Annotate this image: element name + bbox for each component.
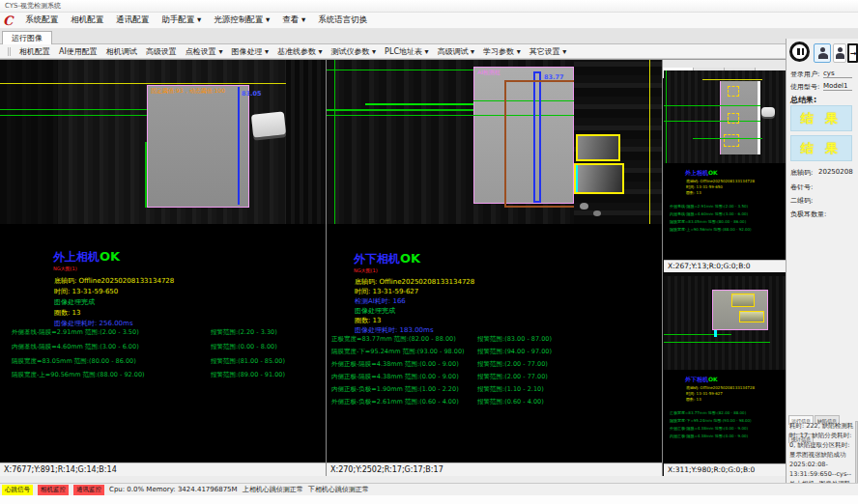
status-bar: 心跳信号 相机监控 通讯监控 Cpu: 0.0% Memory: 3424.41… bbox=[0, 483, 858, 495]
process-done-line: 图像处理完成 bbox=[355, 306, 395, 316]
app-logo-icon: C bbox=[3, 14, 13, 28]
login-user-value: cys bbox=[823, 70, 852, 78]
cpu-memory-text: Cpu: 0.0% Memory: 3424.41796875M bbox=[109, 486, 238, 493]
mini-count-line: 圈数: 13 bbox=[686, 190, 701, 195]
loop-count-line: 圈数: 13 bbox=[355, 316, 382, 325]
separator-film-region bbox=[147, 85, 249, 208]
camera-result-title: 外上相机OK bbox=[53, 249, 120, 266]
pause-button[interactable] bbox=[789, 42, 810, 62]
tool-plc-address[interactable]: PLC地址表 ▾ bbox=[385, 46, 428, 57]
alarm-range: 报警范围:(0.60 - 4.00) bbox=[477, 398, 544, 406]
baseline-green-bright bbox=[365, 103, 473, 105]
tool-learn-params[interactable]: 学习参数 ▾ bbox=[483, 46, 521, 57]
tab-connector-part bbox=[251, 111, 286, 137]
loop-count-line: 圈数: 13 bbox=[54, 308, 81, 318]
tool-advanced-settings[interactable]: 高级设置 bbox=[146, 46, 177, 57]
user-switch-button[interactable] bbox=[833, 43, 846, 63]
app-window: CYS-视觉检测系统 C 系统配置 相机配置 通讯配置 助手配置 ▾ 光源控制配… bbox=[0, 0, 858, 504]
threshold-annotation: 固定阈值:93，动态阈值:100 bbox=[151, 87, 225, 96]
camera-monitor-badge: 相机监控 bbox=[38, 485, 69, 495]
mini-code-line: 底轴码: Offline20250208133134728 bbox=[686, 179, 755, 183]
thumb-pixel-status: X:311;Y:980;R:0;G:0;B:0 bbox=[664, 463, 786, 476]
measure-row: 外侧正极-负极=2.61mm 范围:(0.60 - 4.00) bbox=[331, 398, 459, 406]
result-box-lower: 结 果 bbox=[790, 135, 852, 161]
tool-camera-debug[interactable]: 相机调试 bbox=[106, 46, 137, 57]
baseline-green-1 bbox=[327, 109, 473, 111]
alarm-range: 报警范围:(2.20 - 3.30) bbox=[211, 328, 277, 337]
menu-view[interactable]: 查看 ▾ bbox=[282, 14, 305, 26]
menu-comm-config[interactable]: 通讯配置 bbox=[116, 14, 149, 26]
alarm-range: 报警范围:(0.00 - 8.00) bbox=[211, 343, 277, 351]
camera-image-lower[interactable]: AI检测框 83.77 bbox=[327, 60, 662, 224]
measure-row: 隔膜宽度-下=95.24mm 范围:(93.00 - 98.00) bbox=[331, 348, 465, 356]
measure-row: 隔膜宽度=83.05mm 范围:(80.00 - 86.00) bbox=[12, 357, 136, 366]
toolbar-grip[interactable] bbox=[8, 47, 11, 56]
menu-light-config[interactable]: 光源控制配置 ▾ bbox=[214, 14, 270, 26]
measure-row: 外侧正极-隔膜=4.38mm 范围:(0.00 - 9.00) bbox=[331, 360, 459, 369]
tab-run-image[interactable]: 运行图像 bbox=[2, 31, 52, 45]
tool-baseline-params[interactable]: 基准线参数 ▾ bbox=[277, 46, 323, 57]
comm-monitor-badge: 通讯监控 bbox=[73, 485, 104, 495]
machinery-right bbox=[286, 60, 326, 224]
tool-image-process[interactable]: 图像处理 ▾ bbox=[231, 46, 269, 57]
result-box-upper: 结 果 bbox=[790, 105, 852, 131]
alarm-range: 报警范围:(83.00 - 87.00) bbox=[477, 335, 552, 344]
history-thumb-lower[interactable]: 外下相机OK 底轴码: Offline20250208133134728 时间:… bbox=[664, 276, 786, 476]
alarm-range: 报警范围:(89.00 - 91.00) bbox=[211, 371, 285, 379]
thumb-image bbox=[664, 276, 786, 370]
process-done-line: 图像处理完成 bbox=[54, 297, 95, 307]
camera-image-upper[interactable]: 固定阈值:93，动态阈值:100 83.05 bbox=[0, 60, 326, 224]
tool-tester-params[interactable]: 测试仪参数 ▾ bbox=[331, 46, 377, 57]
history-thumb-upper[interactable]: 外上相机OK 底轴码: Offline20250208133134728 时间:… bbox=[664, 70, 786, 272]
menu-language-switch[interactable]: 系统语言切换 bbox=[318, 14, 367, 26]
info-tabbar: 运行信息缺陷信息统计信息 bbox=[788, 408, 858, 418]
exit-arrow-icon: → bbox=[850, 50, 857, 58]
window-footer bbox=[0, 495, 858, 504]
tool-ai-config[interactable]: AI使用配置 bbox=[59, 46, 98, 57]
machinery-shadow bbox=[0, 60, 58, 224]
menu-assistant-config[interactable]: 助手配置 ▾ bbox=[161, 14, 201, 26]
alarm-range: 报警范围:(1.10 - 2.10) bbox=[477, 385, 544, 394]
right-sidebar: → 登录用户: cys 使用型号: Model1 总结果: 结 果 结 果 底轴… bbox=[786, 39, 858, 483]
feature-marker-box bbox=[731, 294, 755, 307]
baseline-green-2 bbox=[327, 115, 473, 116]
mini-result-title: 外上相机OK bbox=[685, 169, 718, 178]
camera-name-label: 外上相机 bbox=[53, 250, 100, 264]
film-edge-green bbox=[145, 142, 147, 208]
mini-measure-row: 正极宽度=83.77mm 范围:(82.00 - 88.00) bbox=[670, 410, 746, 415]
exit-button[interactable]: → bbox=[847, 43, 858, 63]
edge-line-yellow bbox=[0, 83, 311, 84]
feature-marker-box bbox=[739, 311, 764, 322]
camera-name-label: 外下相机 bbox=[354, 252, 400, 266]
window-titlebar: CYS-视觉检测系统 bbox=[0, 0, 858, 13]
process-time-line: 图像处理耗时: 183.00ms bbox=[355, 325, 434, 335]
feature-marker-box bbox=[724, 134, 739, 147]
mini-measure-row: 外侧基线-隔膜=2.91mm 范围:(2.00 - 3.50) bbox=[670, 204, 748, 209]
menu-camera-config[interactable]: 相机配置 bbox=[71, 14, 103, 26]
tool-other-settings[interactable]: 其它设置 ▾ bbox=[529, 46, 567, 57]
tool-advanced-debug[interactable]: 高级调试 ▾ bbox=[438, 46, 475, 57]
ai-time-line: 检测AI耗时: 166 bbox=[355, 296, 406, 306]
pixel-status-upper: X:7677;Y:891;R:14;G:14;B:14 bbox=[0, 462, 326, 476]
user-login-button[interactable] bbox=[814, 43, 831, 63]
qr-code-label: 二维码: bbox=[790, 196, 813, 206]
camera-panel-upper: 固定阈值:93，动态阈值:100 83.05 外上相机OK NG大图(1) 底轴… bbox=[0, 59, 326, 476]
tab-feature-box-2 bbox=[574, 163, 624, 194]
tool-camera-config[interactable]: 相机配置 bbox=[19, 46, 50, 57]
pause-icon bbox=[802, 48, 805, 55]
width-measure-line bbox=[238, 87, 240, 205]
tool-spotcheck-settings[interactable]: 点检设置 ▾ bbox=[186, 46, 223, 57]
batch-code-line: 底轴码: Offline20250208133134728 bbox=[355, 277, 474, 287]
mini-measure-row: 隔膜宽度-下=95.24mm 范围:(93.00 - 98.00) bbox=[670, 418, 752, 423]
mini-measure-row: 隔膜宽度=83.05mm 范围:(80.00 - 86.00) bbox=[670, 219, 746, 224]
model-value: Model1 bbox=[823, 82, 852, 91]
baseline-green-vertical bbox=[334, 60, 335, 224]
thumb-pixel-status: X:267;Y:13;R:0;G:0;B:0 bbox=[664, 260, 786, 272]
menu-system-config[interactable]: 系统配置 bbox=[25, 14, 58, 26]
ai-detect-box bbox=[504, 80, 580, 208]
menu-bar: C 系统配置 相机配置 通讯配置 助手配置 ▾ 光源控制配置 ▾ 查看 ▾ 系统… bbox=[0, 13, 858, 29]
camera-panel-lower: AI检测框 83.77 外下相机OK NG大图(1) 底轴码: Offline2… bbox=[326, 59, 662, 476]
baseline-green-vertical bbox=[666, 70, 667, 163]
ai-box-label: AI检测框 bbox=[477, 69, 500, 77]
alarm-range: 报警范围:(2.00 - 77.00) bbox=[477, 373, 548, 381]
